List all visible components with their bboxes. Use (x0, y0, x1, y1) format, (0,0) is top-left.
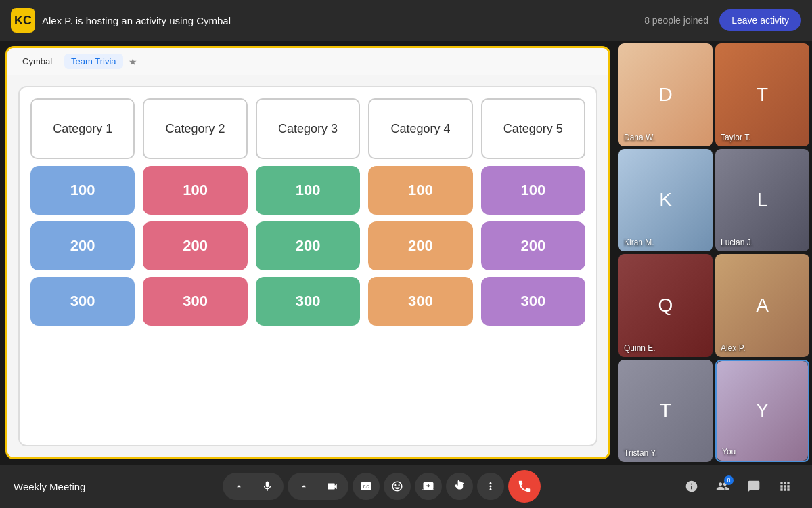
score-tile-0-300[interactable]: 300 (30, 277, 135, 326)
camera-button[interactable] (319, 473, 346, 500)
controls (223, 470, 541, 503)
category-header-3: Category 4 (368, 98, 472, 159)
score-tile-1-200[interactable]: 200 (143, 221, 247, 270)
score-tile-1-300[interactable]: 300 (143, 277, 247, 326)
people-joined: 8 people joined (644, 15, 708, 26)
score-tile-4-200[interactable]: 200 (481, 221, 585, 270)
participant-name-2: Kiran M. (624, 238, 654, 247)
participant-name-7: You (722, 447, 736, 457)
top-bar-right: 8 people joined Leave activity (644, 9, 801, 31)
more-options-button[interactable] (477, 473, 504, 500)
participant-tile-7: YYou (715, 360, 809, 463)
people-badge: 8 (724, 475, 734, 485)
avatar-1: T (715, 43, 809, 146)
participant-name-1: Taylor T. (721, 133, 750, 142)
mic-button[interactable] (254, 473, 281, 500)
camera-group (288, 473, 348, 500)
cymbal-logo: KC (11, 8, 35, 33)
score-tile-4-100[interactable]: 100 (481, 166, 585, 215)
trivia-board: Category 1100200300Category 2100200300Ca… (7, 75, 608, 457)
chevron-up-camera-button[interactable] (290, 473, 317, 500)
bottom-bar: Weekly Meeting (0, 465, 812, 508)
people-button[interactable]: 8 (709, 473, 736, 500)
tab-cymbal[interactable]: Cymbal (16, 54, 59, 69)
category-header-2: Category 3 (256, 98, 360, 159)
participant-name-5: Alex P. (721, 343, 745, 353)
score-tile-1-100[interactable]: 100 (143, 166, 247, 215)
hosting-text: Alex P. is hosting an activity using Cym… (42, 15, 231, 26)
category-col-3: Category 4100200300 (368, 98, 472, 434)
activity-area: Cymbal Team Trivia ★ Category 1100200300… (0, 41, 616, 465)
category-header-1: Category 2 (143, 98, 247, 159)
participant-name-3: Lucian J. (721, 238, 753, 247)
chat-button[interactable] (740, 473, 767, 500)
info-button[interactable] (678, 473, 705, 500)
avatar-2: K (618, 149, 713, 252)
avatar-7: Y (717, 361, 808, 461)
participant-tile-4: QQuinn E. (618, 254, 713, 357)
avatar-4: Q (618, 254, 713, 357)
score-tile-0-100[interactable]: 100 (30, 166, 135, 215)
screenshare-button[interactable] (415, 473, 442, 500)
participant-tile-1: TTaylor T. (715, 43, 809, 146)
activity-tabs: Cymbal Team Trivia ★ (7, 48, 608, 75)
score-tile-2-300[interactable]: 300 (256, 277, 360, 326)
score-tile-2-200[interactable]: 200 (256, 221, 360, 270)
participant-tile-6: TTristan Y. (618, 360, 713, 463)
category-col-1: Category 2100200300 (143, 98, 247, 434)
chevron-up-mic-button[interactable] (225, 473, 252, 500)
score-tile-3-300[interactable]: 300 (368, 277, 472, 326)
leave-activity-button[interactable]: Leave activity (719, 9, 801, 31)
participant-tile-0: DDana W. (618, 43, 713, 146)
main-content: Cymbal Team Trivia ★ Category 1100200300… (0, 41, 812, 465)
category-col-0: Category 1100200300 (30, 98, 135, 434)
participant-name-4: Quinn E. (624, 343, 656, 353)
raise-hand-button[interactable] (446, 473, 473, 500)
right-controls: 8 (678, 473, 798, 500)
score-tile-0-200[interactable]: 200 (30, 221, 135, 270)
end-call-button[interactable] (508, 470, 541, 503)
avatar-5: A (715, 254, 809, 357)
category-header-4: Category 5 (481, 98, 585, 159)
score-tile-3-100[interactable]: 100 (368, 166, 472, 215)
participant-tile-5: AAlex P. (715, 254, 809, 357)
avatar-3: L (715, 149, 809, 252)
category-col-4: Category 5100200300 (481, 98, 585, 434)
activity-panel: Cymbal Team Trivia ★ Category 1100200300… (5, 46, 610, 459)
avatar-0: D (618, 43, 713, 146)
avatar-6: T (618, 360, 713, 463)
score-tile-4-300[interactable]: 300 (481, 277, 585, 326)
score-tile-3-200[interactable]: 200 (368, 221, 472, 270)
participants-panel: DDana W.TTaylor T.KKiran M.LLucian J.QQu… (616, 41, 812, 465)
top-bar: KC Alex P. is hosting an activity using … (0, 0, 812, 41)
tab-team-trivia[interactable]: Team Trivia (64, 54, 122, 69)
top-bar-left: KC Alex P. is hosting an activity using … (11, 8, 231, 33)
participant-tile-2: KKiran M. (618, 149, 713, 252)
participant-tile-3: LLucian J. (715, 149, 809, 252)
board-inner: Category 1100200300Category 2100200300Ca… (18, 86, 597, 446)
score-tile-2-100[interactable]: 100 (256, 166, 360, 215)
category-header-0: Category 1 (30, 98, 135, 159)
star-icon[interactable]: ★ (129, 56, 137, 67)
emoji-button[interactable] (384, 473, 411, 500)
participant-name-6: Tristan Y. (624, 448, 657, 458)
meeting-title: Weekly Meeting (14, 481, 85, 492)
participant-name-0: Dana W. (624, 133, 655, 142)
mic-group (223, 473, 284, 500)
activities-button[interactable] (771, 473, 798, 500)
captions-button[interactable] (353, 473, 380, 500)
category-col-2: Category 3100200300 (256, 98, 360, 434)
